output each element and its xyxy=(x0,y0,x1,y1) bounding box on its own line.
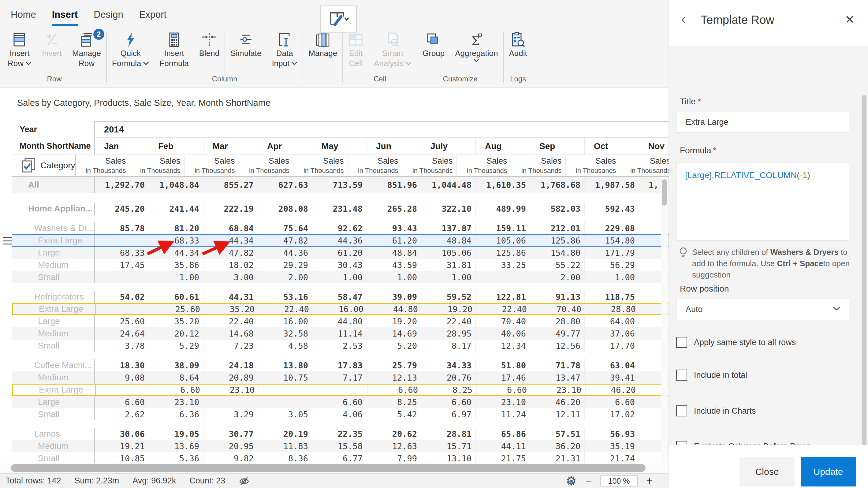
value-cell[interactable]: 6.60 xyxy=(150,385,204,395)
aggregation-button[interactable]: Σ⚙Aggregation xyxy=(450,31,503,73)
value-cell[interactable]: 241.44 xyxy=(149,203,203,215)
value-cell[interactable]: 2.53 xyxy=(312,340,367,352)
insert-formula-button[interactable]: InsertFormula xyxy=(154,31,194,73)
value-cell[interactable] xyxy=(95,385,150,395)
year-value-cell[interactable]: 2014 xyxy=(94,121,669,138)
table-row-large[interactable]: Large25.6035.2022.4016.0044.8019.2022.40… xyxy=(12,315,669,327)
value-cell[interactable]: 65.86 xyxy=(475,428,530,440)
value-cell[interactable]: 54.02 xyxy=(94,291,149,303)
value-cell[interactable]: 11.14 xyxy=(312,327,367,340)
value-cell[interactable]: 10.85 xyxy=(94,452,149,463)
month-header-apr[interactable]: Apr xyxy=(258,138,312,155)
value-cell[interactable]: 8.64 xyxy=(149,371,203,384)
row-label[interactable]: Medium xyxy=(12,327,94,340)
value-cell[interactable] xyxy=(94,271,149,283)
row-label[interactable]: Small xyxy=(12,452,94,463)
value-cell[interactable]: 21.75 xyxy=(475,452,530,463)
row-label[interactable]: Medium xyxy=(12,371,94,384)
month-header-aug[interactable]: Aug xyxy=(475,138,530,155)
value-cell[interactable]: 19.05 xyxy=(149,428,203,440)
tab-export[interactable]: Export xyxy=(139,9,167,26)
value-cell[interactable]: 17.70 xyxy=(584,340,639,352)
value-cell[interactable]: 20.95 xyxy=(203,440,258,452)
value-cell[interactable]: 70.40 xyxy=(531,304,585,314)
value-cell[interactable]: 489.99 xyxy=(475,203,530,215)
row-label[interactable]: Coffee Machi... xyxy=(12,359,94,371)
value-cell[interactable]: 13.47 xyxy=(530,371,584,384)
formula-editor[interactable]: [Large].RELATIVE_COLUMN(-1) xyxy=(676,162,849,241)
value-cell[interactable]: 55.22 xyxy=(530,259,584,271)
table-row-small[interactable]: Small2.626.363.293.054.065.426.9711.2412… xyxy=(12,408,669,420)
row-label[interactable]: Small xyxy=(12,271,94,283)
row-label[interactable]: Large xyxy=(12,247,94,259)
value-cell[interactable]: 28.80 xyxy=(530,315,584,327)
value-cell[interactable]: 229.08 xyxy=(584,222,639,234)
tab-home[interactable]: Home xyxy=(11,9,36,26)
value-cell[interactable]: 154.80 xyxy=(584,235,639,246)
value-cell[interactable]: 93.43 xyxy=(367,222,421,234)
value-cell[interactable]: 44.36 xyxy=(258,247,312,259)
value-cell[interactable]: 12.11 xyxy=(530,408,584,420)
value-cell[interactable]: 1.00 xyxy=(149,271,203,283)
value-cell[interactable]: 627.63 xyxy=(258,177,312,193)
value-cell[interactable]: 58.47 xyxy=(312,291,367,303)
value-cell[interactable]: 20.89 xyxy=(203,371,258,384)
edit-report-button[interactable] xyxy=(320,5,357,33)
value-cell[interactable]: 15.71 xyxy=(421,440,475,452)
zoom-level-input[interactable]: 100 % xyxy=(600,476,638,486)
table-row-refrigerators[interactable]: Refrigerators54.0260.6144.3153.1658.4739… xyxy=(12,291,669,303)
row-label[interactable]: Medium xyxy=(12,259,94,271)
table-row-coffee-machi-[interactable]: Coffee Machi...18.3038.0924.1813.8017.83… xyxy=(12,359,669,371)
value-cell[interactable]: 20.76 xyxy=(421,371,475,384)
vertical-scrollbar-thumb[interactable] xyxy=(662,179,667,206)
value-cell[interactable]: 70.40 xyxy=(475,315,530,327)
table-row-medium[interactable]: Medium19.2113.6920.9511.8315.5812.6315.7… xyxy=(12,440,669,452)
row-label[interactable]: Medium xyxy=(12,440,94,452)
value-cell[interactable]: 6.60 xyxy=(368,385,422,395)
table-row-lamps[interactable]: Lamps30.0619.0530.7720.1922.3520.6228.81… xyxy=(12,428,669,440)
row-label[interactable]: Large xyxy=(12,396,94,408)
value-cell[interactable]: 51.80 xyxy=(475,359,530,371)
value-cell[interactable]: 19.20 xyxy=(422,304,476,314)
row-label[interactable]: Extra Large xyxy=(12,235,94,246)
month-header-jan[interactable]: Jan xyxy=(94,138,149,155)
value-cell[interactable]: 39.09 xyxy=(367,291,421,303)
table-row-medium[interactable]: Medium17.4535.8618.0229.2930.4343.5931.8… xyxy=(12,259,669,271)
value-cell[interactable]: 9.82 xyxy=(203,452,258,463)
value-cell[interactable]: 61.20 xyxy=(367,235,421,246)
value-cell[interactable]: 1,768.68 xyxy=(530,177,584,193)
value-cell[interactable]: 4.06 xyxy=(312,408,367,420)
value-cell[interactable]: 23.10 xyxy=(149,396,203,408)
month-header-sep[interactable]: Sep xyxy=(530,138,584,155)
value-cell[interactable] xyxy=(258,385,313,395)
blend-button[interactable]: Blend xyxy=(194,31,225,73)
value-cell[interactable]: 5.36 xyxy=(149,452,203,463)
checkbox-include-in-total[interactable]: Include in total xyxy=(676,369,747,381)
value-cell[interactable]: 20.62 xyxy=(367,428,421,440)
value-cell[interactable]: 6.60 xyxy=(94,396,149,408)
table-row-extra-large[interactable]: Extra Large25.6035.2022.4016.0044.8019.2… xyxy=(12,303,669,315)
value-cell[interactable]: 8.25 xyxy=(367,396,421,408)
value-cell[interactable]: 3.00 xyxy=(203,271,258,283)
value-cell[interactable]: 222.19 xyxy=(203,203,258,215)
value-cell[interactable]: 19.20 xyxy=(367,315,421,327)
value-cell[interactable]: 16.00 xyxy=(313,304,368,314)
value-cell[interactable]: 43.59 xyxy=(367,259,421,271)
checkbox-include-in-charts[interactable]: Include in Charts xyxy=(676,405,756,417)
table-row-small[interactable]: Small3.785.297.234.582.535.208.1712.3412… xyxy=(12,340,669,352)
row-label[interactable]: Extra Large xyxy=(13,304,95,314)
value-cell[interactable]: 10.75 xyxy=(258,371,312,384)
value-cell[interactable]: 1,044.48 xyxy=(421,177,475,193)
value-cell[interactable]: 2.00 xyxy=(530,271,584,283)
value-cell[interactable]: 8.17 xyxy=(421,340,475,352)
value-cell[interactable]: 851.96 xyxy=(367,177,421,193)
month-header-nov[interactable]: Nov xyxy=(639,138,669,155)
value-cell[interactable]: 39.41 xyxy=(584,371,639,384)
value-cell[interactable]: 81.20 xyxy=(149,222,203,234)
value-cell[interactable]: 53.16 xyxy=(258,291,312,303)
value-cell[interactable]: 49.77 xyxy=(530,327,584,340)
value-cell[interactable]: 46.20 xyxy=(585,385,640,395)
category-header-cell[interactable]: Category xyxy=(12,155,75,176)
value-cell[interactable]: 47.82 xyxy=(203,247,258,259)
value-cell[interactable] xyxy=(95,304,150,314)
